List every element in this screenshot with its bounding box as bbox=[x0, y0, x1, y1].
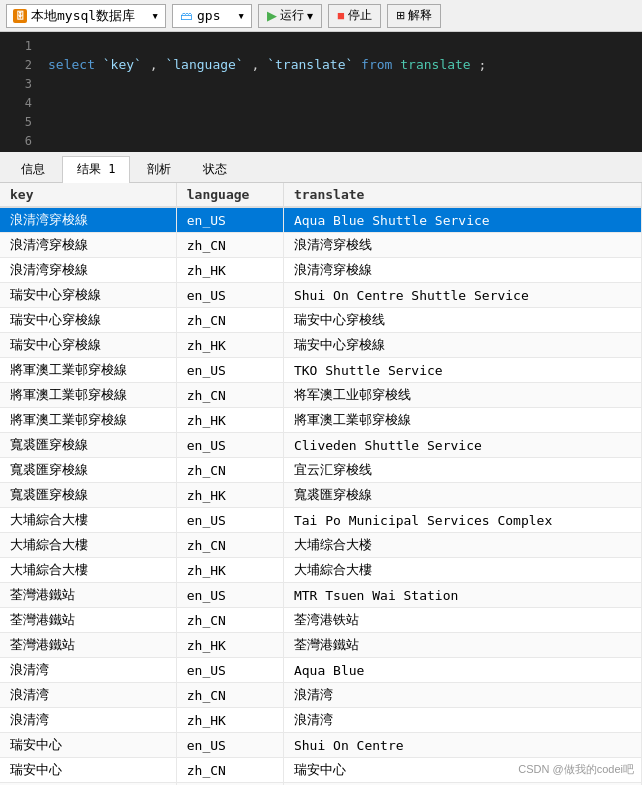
code-editor[interactable]: 1 2 select `key` , `language` , `transla… bbox=[0, 32, 642, 152]
stop-label: 停止 bbox=[348, 7, 372, 24]
cell-language: zh_CN bbox=[176, 683, 283, 708]
cell-key: 大埔綜合大樓 bbox=[0, 508, 176, 533]
cell-language: zh_CN bbox=[176, 308, 283, 333]
table-row[interactable]: 將軍澳工業邨穿梭線zh_HK將軍澳工業邨穿梭線 bbox=[0, 408, 642, 433]
chevron-down-icon: ▾ bbox=[151, 8, 159, 23]
editor-line-3: 3 bbox=[0, 74, 642, 93]
table-row[interactable]: 寬裘匯穿梭線zh_CN宜云汇穿梭线 bbox=[0, 458, 642, 483]
table-row[interactable]: 將軍澳工業邨穿梭線zh_CN将军澳工业邨穿梭线 bbox=[0, 383, 642, 408]
results-container[interactable]: key language translate 浪清湾穿梭線en_USAqua B… bbox=[0, 183, 642, 785]
cell-translate: 瑞安中心穿梭线 bbox=[283, 308, 641, 333]
result-tabs: 信息 结果 1 剖析 状态 bbox=[0, 152, 642, 183]
table-row[interactable]: 瑞安中心穿梭線zh_HK瑞安中心穿梭線 bbox=[0, 333, 642, 358]
line-number-4: 4 bbox=[8, 96, 32, 110]
cell-translate: 浪清湾 bbox=[283, 708, 641, 733]
cell-translate: TKO Shuttle Service bbox=[283, 358, 641, 383]
cell-language: zh_CN bbox=[176, 533, 283, 558]
cell-key: 瑞安中心穿梭線 bbox=[0, 333, 176, 358]
schema-label: gps bbox=[197, 8, 220, 23]
cell-language: en_US bbox=[176, 508, 283, 533]
editor-line-2: 2 select `key` , `language` , `translate… bbox=[0, 55, 642, 74]
cell-key: 大埔綜合大樓 bbox=[0, 533, 176, 558]
editor-line-1: 1 bbox=[0, 36, 642, 55]
cell-language: zh_HK bbox=[176, 483, 283, 508]
table-header-row: key language translate bbox=[0, 183, 642, 207]
table-row[interactable]: 大埔綜合大樓zh_CN大埔综合大楼 bbox=[0, 533, 642, 558]
cell-key: 荃灣港鐵站 bbox=[0, 583, 176, 608]
explain-icon: ⊞ bbox=[396, 9, 405, 22]
cell-translate: 大埔综合大楼 bbox=[283, 533, 641, 558]
tab-info[interactable]: 信息 bbox=[6, 156, 60, 182]
db-icon: 🗄 bbox=[13, 9, 27, 23]
cell-translate: Tai Po Municipal Services Complex bbox=[283, 508, 641, 533]
cell-language: en_US bbox=[176, 207, 283, 233]
db-selector[interactable]: 🗄 本地mysql数据库 ▾ bbox=[6, 4, 166, 28]
cell-language: zh_CN bbox=[176, 608, 283, 633]
cell-translate: 浪清湾穿梭線 bbox=[283, 258, 641, 283]
cell-key: 瑞安中心 bbox=[0, 758, 176, 783]
cell-translate: 荃湾港铁站 bbox=[283, 608, 641, 633]
cell-translate: MTR Tsuen Wai Station bbox=[283, 583, 641, 608]
cell-translate: Shui On Centre bbox=[283, 733, 641, 758]
cell-translate: 浪清湾 bbox=[283, 683, 641, 708]
watermark: CSDN @做我的codei吧 bbox=[518, 762, 634, 777]
cell-translate: Cliveden Shuttle Service bbox=[283, 433, 641, 458]
cell-key: 將軍澳工業邨穿梭線 bbox=[0, 383, 176, 408]
table-row[interactable]: 大埔綜合大樓zh_HK大埔綜合大樓 bbox=[0, 558, 642, 583]
cell-translate: 寬裘匯穿梭線 bbox=[283, 483, 641, 508]
table-row[interactable]: 荃灣港鐵站en_USMTR Tsuen Wai Station bbox=[0, 583, 642, 608]
cell-language: en_US bbox=[176, 658, 283, 683]
cell-translate: 大埔綜合大樓 bbox=[283, 558, 641, 583]
table-row[interactable]: 浪清湾穿梭線zh_CN浪清湾穿梭线 bbox=[0, 233, 642, 258]
cell-key: 瑞安中心 bbox=[0, 733, 176, 758]
table-row[interactable]: 寬裘匯穿梭線zh_HK寬裘匯穿梭線 bbox=[0, 483, 642, 508]
db-label: 本地mysql数据库 bbox=[31, 7, 135, 25]
cell-key: 浪清湾穿梭線 bbox=[0, 258, 176, 283]
schema-selector[interactable]: 🗃 gps ▾ bbox=[172, 4, 252, 28]
run-label: 运行 bbox=[280, 7, 304, 24]
cell-language: zh_HK bbox=[176, 408, 283, 433]
col-header-translate: translate bbox=[283, 183, 641, 207]
cell-key: 荃灣港鐵站 bbox=[0, 608, 176, 633]
cell-translate: 瑞安中心穿梭線 bbox=[283, 333, 641, 358]
table-row[interactable]: 浪清湾zh_HK浪清湾 bbox=[0, 708, 642, 733]
table-row[interactable]: 浪清湾穿梭線zh_HK浪清湾穿梭線 bbox=[0, 258, 642, 283]
cell-key: 瑞安中心穿梭線 bbox=[0, 308, 176, 333]
table-row[interactable]: 瑞安中心en_USShui On Centre bbox=[0, 733, 642, 758]
cell-translate: 浪清湾穿梭线 bbox=[283, 233, 641, 258]
cell-key: 將軍澳工業邨穿梭線 bbox=[0, 408, 176, 433]
cell-key: 將軍澳工業邨穿梭線 bbox=[0, 358, 176, 383]
table-row[interactable]: 大埔綜合大樓en_USTai Po Municipal Services Com… bbox=[0, 508, 642, 533]
table-row[interactable]: 荃灣港鐵站zh_CN荃湾港铁站 bbox=[0, 608, 642, 633]
run-button[interactable]: ▶ 运行 ▾ bbox=[258, 4, 322, 28]
table-row[interactable]: 荃灣港鐵站zh_HK荃灣港鐵站 bbox=[0, 633, 642, 658]
table-row[interactable]: 瑞安中心穿梭線zh_CN瑞安中心穿梭线 bbox=[0, 308, 642, 333]
cell-language: zh_CN bbox=[176, 233, 283, 258]
cell-language: zh_HK bbox=[176, 558, 283, 583]
cell-language: en_US bbox=[176, 283, 283, 308]
tab-profile[interactable]: 剖析 bbox=[132, 156, 186, 182]
table-row[interactable]: 浪清湾en_USAqua Blue bbox=[0, 658, 642, 683]
cell-language: en_US bbox=[176, 733, 283, 758]
stop-button[interactable]: ■ 停止 bbox=[328, 4, 381, 28]
line-number-3: 3 bbox=[8, 77, 32, 91]
tab-result1[interactable]: 结果 1 bbox=[62, 156, 130, 183]
cell-key: 荃灣港鐵站 bbox=[0, 633, 176, 658]
cell-key: 寬裘匯穿梭線 bbox=[0, 483, 176, 508]
run-icon: ▶ bbox=[267, 8, 277, 23]
table-row[interactable]: 瑞安中心穿梭線en_USShui On Centre Shuttle Servi… bbox=[0, 283, 642, 308]
cell-key: 浪清湾 bbox=[0, 683, 176, 708]
table-row[interactable]: 寬裘匯穿梭線en_USCliveden Shuttle Service bbox=[0, 433, 642, 458]
line-number-5: 5 bbox=[8, 115, 32, 129]
tab-status[interactable]: 状态 bbox=[188, 156, 242, 182]
table-row[interactable]: 將軍澳工業邨穿梭線en_USTKO Shuttle Service bbox=[0, 358, 642, 383]
table-row[interactable]: 浪清湾穿梭線en_USAqua Blue Shuttle Service bbox=[0, 207, 642, 233]
cell-translate: 荃灣港鐵站 bbox=[283, 633, 641, 658]
cell-language: zh_HK bbox=[176, 633, 283, 658]
cell-key: 浪清湾 bbox=[0, 658, 176, 683]
explain-button[interactable]: ⊞ 解释 bbox=[387, 4, 441, 28]
table-row[interactable]: 浪清湾zh_CN浪清湾 bbox=[0, 683, 642, 708]
cell-key: 浪清湾穿梭線 bbox=[0, 207, 176, 233]
cell-language: zh_CN bbox=[176, 458, 283, 483]
line-number-6: 6 bbox=[8, 134, 32, 148]
